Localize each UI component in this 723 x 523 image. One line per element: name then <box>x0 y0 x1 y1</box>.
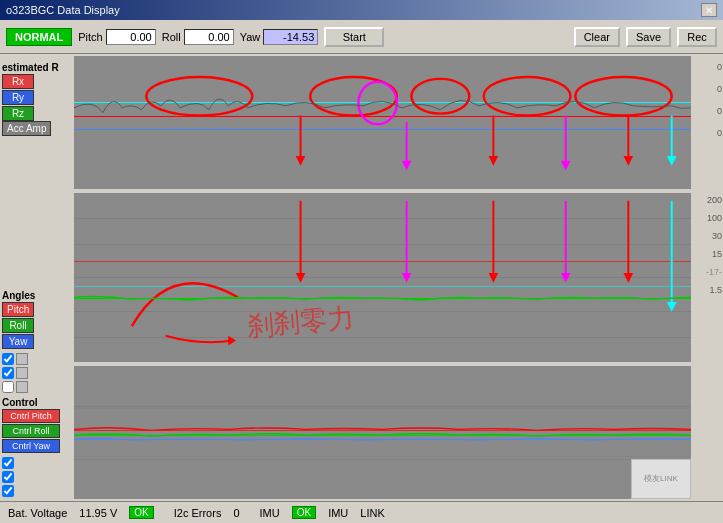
svg-marker-15 <box>624 156 634 166</box>
yaw-group: Yaw <box>240 29 319 45</box>
angles-scale-neg17: -17- <box>706 267 722 277</box>
r-scale-1: 0 <box>717 62 722 72</box>
angles-section: Angles Pitch Roll Yaw <box>2 288 70 393</box>
window-title: o323BGC Data Display <box>6 4 120 16</box>
rz-badge[interactable]: Rz <box>2 106 70 121</box>
svg-point-0 <box>146 77 252 116</box>
bat-ok-badge: OK <box>129 506 153 519</box>
ctrl-scale-top: +307- <box>664 400 687 410</box>
control-section: Control Cntrl Pitch Cntrl Roll Cntrl Yaw <box>2 395 70 497</box>
roll-button[interactable]: Roll <box>2 318 34 333</box>
cb1[interactable] <box>2 353 14 365</box>
estimated-r-section: estimated R Rx Ry Rz Acc Amp <box>2 60 70 134</box>
angles-scale-100: 100 <box>707 213 722 223</box>
angles-label: Angles <box>2 290 70 301</box>
r-chart-annotations <box>74 56 691 189</box>
save-button[interactable]: Save <box>626 27 671 47</box>
angles-scale-200: 200 <box>707 195 722 205</box>
svg-point-1 <box>310 77 397 116</box>
svg-marker-29 <box>667 302 677 312</box>
svg-point-2 <box>411 79 469 114</box>
link-label: LINK <box>360 507 384 519</box>
r-scale-4: 0 <box>717 128 722 138</box>
angles-scale-1_5: 1.5 <box>709 285 722 295</box>
rz-button[interactable]: Rz <box>2 106 34 121</box>
charts-column: 0 0 0 0 <box>72 54 723 501</box>
rx-badge[interactable]: Rx <box>2 74 70 89</box>
chart-angles-row: 刹刹零力 200 100 30 15 -17- 1.5 <box>72 191 723 365</box>
yaw-input[interactable] <box>263 29 318 45</box>
cntrl-roll-button[interactable]: Cntrl Roll <box>2 424 60 438</box>
ry-button[interactable]: Ry <box>2 90 34 105</box>
rx-button[interactable]: Rx <box>2 74 34 89</box>
control-annotations <box>74 366 691 499</box>
toolbar: NORMAL Pitch Roll Yaw Start Clear Save R… <box>0 20 723 54</box>
pitch-input[interactable] <box>106 29 156 45</box>
sq1 <box>16 353 28 365</box>
cntrl-pitch-button[interactable]: Cntrl Pitch <box>2 409 60 423</box>
control-label: Control <box>2 397 70 408</box>
rec-button[interactable]: Rec <box>677 27 717 47</box>
ctrl-cb3[interactable] <box>2 485 14 497</box>
sq2 <box>16 367 28 379</box>
control-checkboxes <box>2 457 70 497</box>
chart-angles: 刹刹零力 <box>74 193 691 363</box>
control-scale <box>693 364 723 501</box>
r-scale: 0 0 0 0 <box>693 54 723 191</box>
angles-scale-15: 15 <box>712 249 722 259</box>
ctrl-cb1[interactable] <box>2 457 14 469</box>
r-scale-2: 0 <box>717 84 722 94</box>
ry-badge[interactable]: Ry <box>2 90 70 105</box>
svg-point-4 <box>575 77 671 116</box>
cb-row-1[interactable] <box>2 353 70 365</box>
pitch-group: Pitch <box>78 29 155 45</box>
chart-control-row: +307- -307- 模友LINK <box>72 364 723 501</box>
chart-control: +307- -307- 模友LINK <box>74 366 691 499</box>
svg-marker-7 <box>296 156 306 166</box>
roll-group: Roll <box>162 29 234 45</box>
i2c-label: I2c Errors <box>174 507 222 519</box>
left-labels: estimated R Rx Ry Rz Acc Amp Angles Pitc… <box>0 54 72 501</box>
chart-r <box>74 56 691 189</box>
title-bar: o323BGC Data Display ✕ <box>0 0 723 20</box>
roll-input[interactable] <box>184 29 234 45</box>
estimated-r-label: estimated R <box>2 62 70 73</box>
imu-ok-badge: OK <box>292 506 316 519</box>
svg-marker-11 <box>489 156 499 166</box>
main-content: estimated R Rx Ry Rz Acc Amp Angles Pitc… <box>0 54 723 501</box>
r-scale-3: 0 <box>717 106 722 116</box>
imu-label: IMU <box>260 507 280 519</box>
cntrl-yaw-button[interactable]: Cntrl Yaw <box>2 439 60 453</box>
cb-row-3[interactable] <box>2 381 70 393</box>
bat-label: Bat. Voltage <box>8 507 67 519</box>
logo-text: 模友LINK <box>644 473 678 484</box>
svg-point-3 <box>484 77 571 116</box>
svg-text:刹刹零力: 刹刹零力 <box>245 302 355 341</box>
svg-marker-13 <box>561 161 571 171</box>
bat-value: 11.95 V <box>79 507 117 519</box>
imu-name: IMU <box>328 507 348 519</box>
pitch-button[interactable]: Pitch <box>2 302 34 317</box>
close-button[interactable]: ✕ <box>701 3 717 17</box>
status-badge: NORMAL <box>6 28 72 46</box>
acc-amp-button[interactable]: Acc Amp <box>2 121 51 136</box>
logo-area: 模友LINK <box>631 459 691 499</box>
acc-amp-badge[interactable]: Acc Amp <box>2 123 70 134</box>
angle-checkboxes <box>2 353 70 393</box>
status-bar: Bat. Voltage 11.95 V OK I2c Errors 0 IMU… <box>0 501 723 523</box>
ctrl-cb2[interactable] <box>2 471 14 483</box>
sq3 <box>16 381 28 393</box>
cb3[interactable] <box>2 381 14 393</box>
svg-marker-9 <box>402 161 412 171</box>
clear-button[interactable]: Clear <box>574 27 620 47</box>
roll-label: Roll <box>162 31 181 43</box>
angles-scale: 200 100 30 15 -17- 1.5 <box>693 191 723 365</box>
svg-marker-17 <box>667 156 677 166</box>
yaw-label: Yaw <box>240 31 261 43</box>
cb-row-2[interactable] <box>2 367 70 379</box>
i2c-value: 0 <box>233 507 239 519</box>
yaw-button[interactable]: Yaw <box>2 334 34 349</box>
start-button[interactable]: Start <box>324 27 384 47</box>
angles-scale-30: 30 <box>712 231 722 241</box>
cb2[interactable] <box>2 367 14 379</box>
